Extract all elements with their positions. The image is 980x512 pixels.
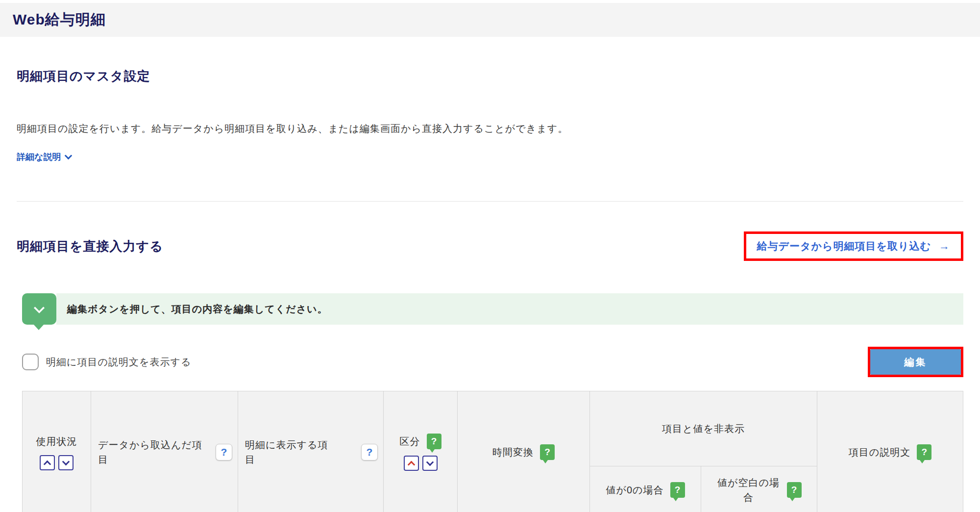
- chevron-down-icon: [426, 458, 434, 466]
- header-value-blank: 値が空白の場合 ?: [701, 466, 817, 512]
- sort-up-button[interactable]: [40, 455, 55, 470]
- header-item-description: 項目の説明文 ?: [817, 391, 963, 512]
- help-tooltip-icon[interactable]: ?: [540, 444, 555, 460]
- help-tooltip-icon[interactable]: ?: [427, 434, 441, 449]
- time-conversion-header-label: 時間変換: [492, 445, 534, 460]
- value-blank-header-label: 値が空白の場合: [717, 475, 781, 505]
- app-title-bar: Web給与明細: [0, 3, 980, 37]
- table-header-row: 使用状況 データから取込んだ項目 ? 明細に表示する項目: [23, 391, 963, 466]
- header-time-conversion: 時間変換 ?: [458, 391, 590, 512]
- section-divider: [17, 201, 963, 202]
- master-settings-description: 明細項目の設定を行います。給与データから明細項目を取り込み、または編集画面から直…: [17, 122, 963, 135]
- chevron-up-icon: [407, 461, 415, 468]
- chevron-down-icon: [65, 152, 73, 160]
- show-description-checkbox[interactable]: [22, 354, 39, 370]
- show-description-checkbox-label: 明細に項目の説明文を表示する: [46, 356, 191, 369]
- info-notice: 編集ボタンを押して、項目の内容を編集してください。: [22, 293, 963, 325]
- value-zero-header-label: 値が0の場合: [606, 483, 663, 497]
- category-header-label: 区分: [400, 434, 420, 449]
- detail-description-link[interactable]: 詳細な説明: [17, 151, 71, 163]
- import-from-payroll-link[interactable]: 給与データから明細項目を取り込む →: [757, 239, 950, 253]
- usage-status-sort-controls: [40, 455, 74, 470]
- direct-input-section: 明細項目を直接入力する 給与データから明細項目を取り込む →: [17, 231, 963, 261]
- chevron-down-icon: [34, 302, 45, 313]
- table-controls-row: 明細に項目の説明文を表示する 編集: [22, 347, 963, 377]
- imported-item-header-label: データから取込んだ項目: [98, 437, 203, 467]
- show-description-checkbox-row[interactable]: 明細に項目の説明文を表示する: [22, 354, 191, 370]
- sort-up-button-active[interactable]: [404, 456, 419, 471]
- help-icon[interactable]: ?: [216, 444, 232, 461]
- header-category: 区分 ?: [384, 391, 458, 512]
- header-hide-group: 項目と値を非表示: [590, 391, 817, 466]
- master-settings-section: 明細項目のマスタ設定 明細項目の設定を行います。給与データから明細項目を取り込み…: [17, 68, 963, 163]
- notice-bar: 編集ボタンを押して、項目の内容を編集してください。: [56, 293, 963, 325]
- usage-status-header-label: 使用状況: [36, 434, 77, 449]
- master-settings-heading: 明細項目のマスタ設定: [17, 68, 963, 85]
- header-usage-status: 使用状況: [23, 391, 91, 512]
- import-link-label: 給与データから明細項目を取り込む: [757, 239, 931, 253]
- chevron-up-icon: [44, 460, 51, 468]
- sort-down-button[interactable]: [422, 456, 438, 471]
- help-tooltip-icon[interactable]: ?: [670, 482, 685, 498]
- item-description-header-label: 項目の説明文: [849, 445, 910, 460]
- help-tooltip-icon[interactable]: ?: [787, 482, 802, 498]
- help-tooltip-icon[interactable]: ?: [917, 444, 931, 460]
- notice-text: 編集ボタンを押して、項目の内容を編集してください。: [67, 303, 328, 316]
- annotation-box-import-link: 給与データから明細項目を取り込む →: [744, 231, 963, 261]
- header-imported-item: データから取込んだ項目 ?: [91, 391, 238, 512]
- edit-button[interactable]: 編集: [870, 349, 961, 375]
- help-icon[interactable]: ?: [361, 444, 378, 461]
- detail-description-label: 詳細な説明: [17, 151, 61, 163]
- sort-down-button[interactable]: [58, 455, 74, 470]
- category-sort-controls: [404, 456, 438, 471]
- header-value-zero: 値が0の場合 ?: [590, 466, 701, 512]
- direct-input-heading: 明細項目を直接入力する: [17, 238, 163, 255]
- header-displayed-item: 明細に表示する項目 ?: [238, 391, 384, 512]
- notice-collapse-button[interactable]: [22, 293, 56, 325]
- main-content: 明細項目のマスタ設定 明細項目の設定を行います。給与データから明細項目を取り込み…: [0, 68, 980, 512]
- statement-items-table: 使用状況 データから取込んだ項目 ? 明細に表示する項目: [22, 391, 963, 512]
- chevron-down-icon: [62, 458, 70, 465]
- annotation-box-edit-button: 編集: [868, 347, 963, 377]
- displayed-item-header-label: 明細に表示する項目: [245, 437, 332, 467]
- arrow-right-icon: →: [939, 240, 950, 253]
- app-title: Web給与明細: [13, 10, 106, 30]
